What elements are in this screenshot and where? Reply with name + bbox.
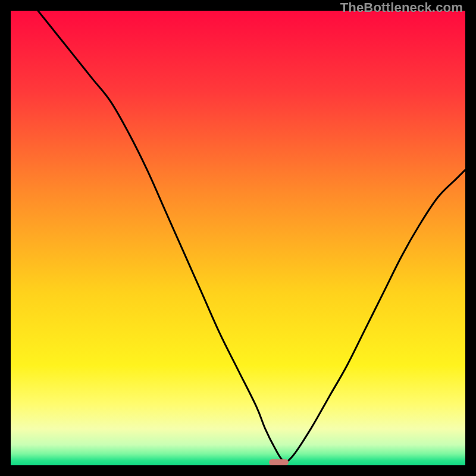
background-gradient xyxy=(11,11,465,465)
chart-frame: TheBottleneck.com xyxy=(0,0,476,476)
svg-rect-0 xyxy=(11,11,465,465)
optimum-marker xyxy=(269,459,289,465)
watermark-text: TheBottleneck.com xyxy=(340,0,463,15)
plot-area xyxy=(11,11,465,465)
